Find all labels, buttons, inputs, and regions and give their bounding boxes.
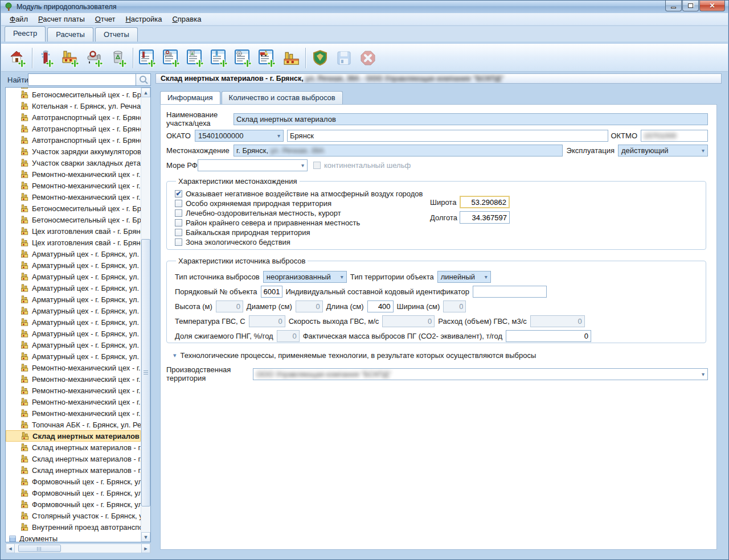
tree-item[interactable]: Арматурный цех - г. Брянск, ул. Речная (6, 316, 141, 328)
territory-type-combo[interactable]: линейный▾ (437, 271, 491, 283)
tree-item[interactable]: Участок зарядки аккумуляторов (6, 146, 141, 157)
tree-item[interactable]: Арматурный цех - г. Брянск, ул. Речная (6, 305, 141, 316)
search-button[interactable] (136, 73, 151, 86)
name-input[interactable]: Склад инертных материалов (234, 113, 708, 125)
tree-item[interactable]: Ремонтно-механический цех - г. Брянск (6, 373, 141, 385)
tree-item[interactable]: Арматурный цех - г. Брянск, ул. Речная (6, 260, 141, 271)
checkbox[interactable]: ✔ (175, 219, 182, 227)
close-button[interactable]: ✕ (699, 1, 725, 11)
tree-item[interactable]: Цех изготовления свай - г. Брянск, ул. Р… (6, 237, 141, 248)
tab-information[interactable]: Информация (160, 91, 220, 104)
latitude-input[interactable] (460, 196, 510, 208)
add-report-waste-button[interactable] (183, 46, 207, 70)
source-type-combo[interactable]: неорганизованный▾ (263, 271, 347, 283)
exploitation-combo[interactable]: действующий▾ (618, 145, 708, 157)
tree-item[interactable]: Ремонтно-механический цех - г. Брянск (6, 385, 141, 396)
tree-item[interactable]: Столярный участок - г. Брянск, ул. Речна… (6, 510, 141, 521)
tree-item[interactable]: Формовочный цех - г. Брянск, ул. Речная (6, 499, 141, 510)
add-waste-bin-button[interactable] (107, 46, 130, 70)
location-input[interactable]: г. Брянск, ул. Речная, 39А (234, 145, 563, 157)
tech-processes-section[interactable]: ▾ Технологические процессы, применяемые … (166, 351, 708, 360)
scroll-left-button[interactable]: ◄ (6, 543, 15, 553)
tree-item[interactable]: Арматурный цех - г. Брянск, ул. Речная (6, 351, 141, 362)
tree-item[interactable]: Автотранспортный цех - г. Брянск, ул. Ре… (6, 134, 141, 146)
ghg-mass-input[interactable] (506, 330, 591, 342)
okato-combo[interactable]: 15401000000▾ (195, 130, 284, 142)
tree-item[interactable]: Арматурный цех - г. Брянск, ул. Речная (6, 271, 141, 282)
tree-item[interactable]: Бетоносмесительный цех - г. Брянск, ул. … (6, 89, 141, 100)
checkbox[interactable]: ✔ (175, 200, 182, 207)
tree-item[interactable]: Склад инертных материалов - г. Брянск (6, 453, 141, 464)
oktmo-input[interactable]: 15701000 (641, 130, 708, 142)
sea-combo[interactable]: ▾ (198, 159, 308, 171)
checkbox[interactable]: ✔ (175, 238, 182, 246)
tree-item[interactable]: Арматурный цех - г. Брянск, ул. Речная (6, 248, 141, 260)
add-report-transport-button[interactable] (255, 46, 279, 70)
tree-item[interactable]: Топочная АБК - г. Брянск, ул. Речная (6, 419, 141, 430)
tree-item[interactable]: Ремонтно-механический цех - г. Брянск (6, 396, 141, 407)
tree-item[interactable]: Склад инертных материалов - г. Брянск (6, 442, 141, 453)
code-identifier-input[interactable] (473, 286, 547, 298)
checkbox[interactable]: ✔ (175, 209, 182, 217)
tree-item[interactable]: Ремонтно-механический цех - г. Брянск (6, 362, 141, 373)
okato-city-input[interactable]: Брянск (287, 130, 608, 142)
tree-item[interactable]: Склад инертных материалов - г. Брянск (6, 464, 141, 476)
tree-item[interactable]: Ремонтно-механический цех - г. Брянск (6, 407, 141, 419)
checkbox[interactable]: ✔ (175, 229, 182, 236)
tree-item[interactable]: Ремонтно-механический цех - г. Брянск (6, 180, 141, 191)
tree-item[interactable]: Бетоносмесительный цех - г. Брянск, ул. … (6, 214, 141, 225)
tree-horizontal-scrollbar[interactable]: ◄ ► (5, 543, 151, 553)
menu-payment-calc[interactable]: Расчет платы (33, 14, 90, 24)
tree-item[interactable]: Арматурный цех - г. Брянск, ул. Речная (6, 294, 141, 305)
vertical-scroll-thumb[interactable] (141, 239, 150, 507)
tree-item[interactable]: Автотранспортный цех - г. Брянск, ул. Ре… (6, 112, 141, 123)
tree-item[interactable]: Арматурный цех - г. Брянск, ул. Речная (6, 328, 141, 339)
length-input[interactable] (367, 300, 394, 312)
production-territory-combo[interactable]: ООО Управляющая компания "БСКПД" ▾ (253, 368, 708, 380)
menu-help[interactable]: Справка (167, 14, 206, 24)
add-discharge-pipe-button[interactable] (83, 46, 107, 70)
search-input[interactable] (28, 73, 136, 86)
tab-calculations[interactable]: Расчеты (47, 27, 93, 42)
tree-item[interactable]: Формовочный цех - г. Брянск, ул. Речная (6, 487, 141, 499)
add-chimney-source-button[interactable] (35, 46, 59, 70)
menu-report[interactable]: Отчет (90, 14, 121, 24)
tab-emissions[interactable]: Количество и состав выбросов (222, 91, 343, 104)
tree-item[interactable]: Бетоносмесительный цех - г. Брянск, ул. … (6, 203, 141, 214)
tree-item[interactable]: Цех изготовления свай - г. Брянск, ул. Р… (6, 225, 141, 237)
tree-item[interactable]: Формовочный цех - г. Брянск, ул. Речная (6, 476, 141, 487)
object-number-input[interactable] (261, 286, 282, 298)
tree-item[interactable]: Участок сварки закладных деталей (6, 157, 141, 168)
tab-reports[interactable]: Отчеты (95, 27, 138, 42)
tree-item[interactable]: Арматурный цех - г. Брянск, ул. Речная (6, 282, 141, 294)
add-house-button[interactable] (6, 46, 30, 70)
menu-file[interactable]: Файл (5, 14, 33, 24)
tree-item[interactable]: Котельная - г. Брянск, ул. Речная (6, 100, 141, 112)
checkbox[interactable]: ✔ (175, 190, 182, 197)
minimize-button[interactable] (665, 1, 682, 11)
tree-vertical-scrollbar[interactable]: ▲ ▼ (141, 88, 150, 542)
tree-item[interactable]: Автотранспортный цех - г. Брянск, ул. Ре… (6, 123, 141, 134)
tree-item[interactable]: Арматурный цех - г. Брянск, ул. Речная (6, 339, 141, 351)
maximize-button[interactable] (682, 1, 699, 11)
add-factory-button[interactable] (59, 46, 83, 70)
horizontal-scroll-thumb[interactable] (18, 545, 61, 552)
rosprirodnadzor-emblem-button[interactable] (308, 46, 332, 70)
add-report-lamp-button[interactable] (207, 46, 231, 70)
add-report-gear-button[interactable] (231, 46, 255, 70)
tree-item[interactable]: Ремонтно-механический цех - г. Брянск (6, 191, 141, 203)
scroll-right-button[interactable]: ► (141, 543, 150, 553)
tab-registry[interactable]: Реестр (5, 26, 46, 42)
tree-item[interactable]: Документы (6, 533, 141, 542)
longitude-input[interactable] (460, 211, 510, 224)
tree-item[interactable]: Ремонтно-механический цех - г. Брянск (6, 168, 141, 180)
add-report-discharge-button[interactable] (159, 46, 183, 70)
scroll-down-button[interactable]: ▼ (141, 532, 150, 542)
collapse-triangle-icon[interactable]: ▾ (173, 352, 177, 359)
menu-settings[interactable]: Настройка (120, 14, 167, 24)
add-report-air-button[interactable] (136, 46, 159, 70)
factory-card-button[interactable] (279, 46, 303, 70)
tree-item[interactable]: Склад инертных материалов (6, 430, 141, 442)
tree-item[interactable]: Внутренний проезд автотранспорта (6, 521, 141, 533)
scroll-up-button[interactable]: ▲ (141, 88, 150, 97)
